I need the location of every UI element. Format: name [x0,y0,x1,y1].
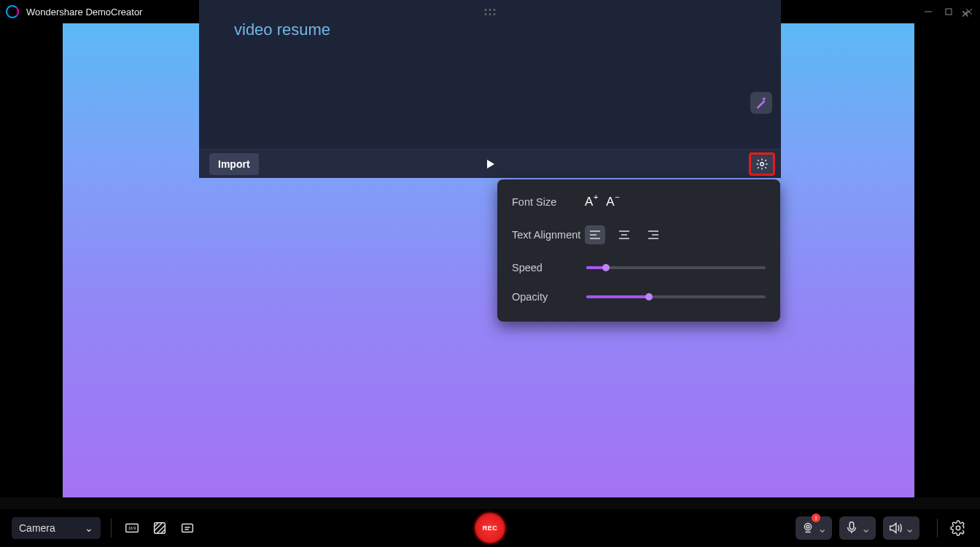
teleprompter-text: video resume [234,20,746,39]
teleprompter-text-area[interactable]: video resume [199,0,781,149]
microphone-toggle-button[interactable]: ⌄ [839,516,876,540]
teleprompter-controls: Import [199,149,781,178]
chevron-down-icon: ⌄ [817,521,828,535]
text-alignment-label: Text Alignment [512,229,585,241]
settings-popover: Font Size A+ A− Text Alignment Speed Opa… [497,179,780,322]
left-pad [0,23,63,497]
maximize-button[interactable] [944,7,954,17]
play-button[interactable] [484,158,496,170]
font-size-label: Font Size [512,196,585,208]
chevron-down-icon: ⌄ [905,521,915,535]
aspect-ratio-button[interactable]: 16:9 [122,518,142,538]
chevron-down-icon: ⌄ [861,521,871,535]
record-label: REC [483,524,498,532]
font-increase-button[interactable]: A+ [585,195,593,208]
svg-rect-21 [182,524,193,532]
svg-point-24 [804,524,811,530]
opacity-slider[interactable] [586,295,766,298]
background-button[interactable] [149,518,170,538]
global-settings-button[interactable] [948,518,968,538]
align-left-button[interactable] [585,225,605,244]
svg-rect-1 [946,9,952,15]
app-title: Wondershare DemoCreator [26,7,142,18]
chevron-down-icon: ⌄ [85,522,93,534]
divider [111,519,112,538]
camera-dropdown[interactable]: Camera ⌄ [12,517,101,539]
speed-label: Speed [512,262,585,274]
app-logo-icon [6,5,19,18]
record-button[interactable]: REC [475,513,505,543]
right-pad [914,23,980,497]
svg-point-27 [956,526,960,530]
svg-point-4 [761,163,764,166]
teleprompter-toggle-button[interactable] [177,518,198,538]
svg-text:16:9: 16:9 [128,526,136,530]
speaker-icon [887,520,903,536]
svg-rect-16 [155,523,166,534]
minimize-button[interactable] [923,7,933,17]
bottom-toolbar: Camera ⌄ 16:9 REC ⌄ ⌄ ⌄ [0,509,980,547]
speaker-toggle-button[interactable]: ⌄ [883,516,919,540]
camera-label: Camera [19,522,55,534]
svg-rect-26 [849,522,854,529]
font-decrease-button[interactable]: A− [606,195,614,208]
speed-slider[interactable] [586,266,766,269]
opacity-label: Opacity [512,291,585,303]
align-center-button[interactable] [614,225,634,244]
align-right-button[interactable] [643,225,664,244]
teleprompter-settings-button[interactable] [749,152,775,176]
ai-magic-button[interactable] [750,92,772,114]
alert-badge-icon [812,513,820,522]
webcam-icon [800,520,816,536]
divider [937,519,938,538]
panel-close-button[interactable]: ✕ [961,9,970,19]
import-button[interactable]: Import [209,153,259,175]
svg-point-25 [806,525,809,528]
microphone-icon [844,520,860,536]
webcam-toggle-button[interactable]: ⌄ [796,516,832,540]
teleprompter-panel: ✕ video resume Import [199,0,781,178]
